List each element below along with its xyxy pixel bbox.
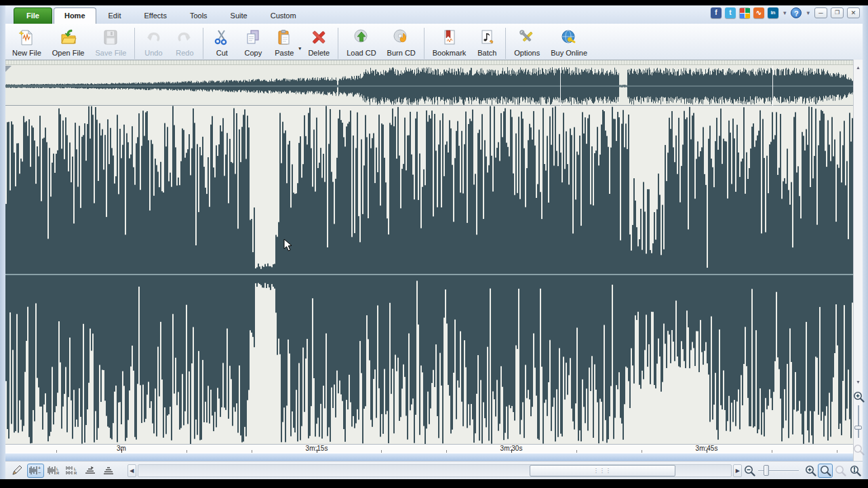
tab-file[interactable]: File xyxy=(14,7,52,24)
window-border-left xyxy=(0,5,5,479)
toolbar-button-label: Undo xyxy=(144,49,162,57)
horizontal-scrollbar-thumb[interactable]: ⋮⋮⋮ xyxy=(530,465,675,476)
new-file-icon xyxy=(17,28,36,47)
svg-text:R: R xyxy=(56,471,60,475)
load-cd-button[interactable]: Load CD xyxy=(341,26,381,61)
bookmark-button[interactable]: Bookmark xyxy=(427,26,472,61)
screen: FileHomeEditEffectsToolsSuiteCustom ft∿i… xyxy=(0,0,868,488)
new-file-button[interactable]: New File xyxy=(7,26,47,61)
horizontal-scrollbar-track[interactable]: ⋮⋮⋮ xyxy=(138,464,732,477)
wave-mono-tool-button[interactable]: +− xyxy=(27,464,44,478)
view-region-marker[interactable] xyxy=(560,66,561,106)
ruler-highlight-band xyxy=(5,453,853,461)
save-file-button[interactable]: Save File xyxy=(90,26,132,61)
chevron-down-icon[interactable]: ▾ xyxy=(805,9,811,16)
rail-scroll-down-button[interactable]: ▼ xyxy=(854,380,863,384)
svg-text:−: − xyxy=(38,470,41,475)
toolbar-button-label: Paste xyxy=(275,49,294,57)
vertical-zoom-button[interactable] xyxy=(848,464,863,478)
toolbar-button-label: Copy xyxy=(245,49,262,57)
level-b-tool-button[interactable] xyxy=(100,464,117,478)
options-icon xyxy=(517,28,536,47)
toolbar-button-label: Load CD xyxy=(347,49,376,57)
burn-cd-button[interactable]: Burn CD xyxy=(382,26,421,61)
svg-text:L: L xyxy=(74,467,77,471)
ruler-time-label: 3m xyxy=(117,445,126,452)
save-file-icon xyxy=(101,28,120,47)
tab-edit[interactable]: Edit xyxy=(98,7,132,24)
level-a-tool-button[interactable] xyxy=(82,464,99,478)
waveform-overview[interactable] xyxy=(5,60,853,106)
toolbar-button-label: Open File xyxy=(52,49,85,57)
burn-cd-icon xyxy=(392,28,411,47)
tab-home[interactable]: Home xyxy=(54,7,96,24)
chevron-down-icon[interactable]: ▾ xyxy=(782,9,788,16)
scroll-right-button[interactable]: ▶ xyxy=(733,464,742,477)
tab-suite[interactable]: Suite xyxy=(220,7,258,24)
tab-effects[interactable]: Effects xyxy=(133,7,177,24)
zoom-in-button[interactable] xyxy=(803,464,818,478)
tab-tools[interactable]: Tools xyxy=(179,7,218,24)
toolbar-group: UndoRedo xyxy=(138,26,200,61)
options-button[interactable]: Options xyxy=(509,26,545,61)
close-button[interactable]: ✕ xyxy=(847,7,860,18)
vertical-zoom-slider-track[interactable] xyxy=(858,405,859,438)
linkedin-icon[interactable]: in xyxy=(768,7,778,18)
twitter-icon[interactable]: t xyxy=(725,7,736,18)
rail-zoom-in-button[interactable] xyxy=(852,390,861,403)
open-file-icon xyxy=(59,28,78,47)
help-button[interactable]: ? xyxy=(791,7,802,18)
share-grid-icon[interactable] xyxy=(739,7,750,18)
nch-wave-icon[interactable]: ∿ xyxy=(753,7,764,18)
toolbar-separator xyxy=(424,28,425,59)
zoom-slider-thumb[interactable] xyxy=(764,465,769,476)
toolbar-separator xyxy=(505,28,506,59)
zoom-slider[interactable] xyxy=(758,464,802,478)
buy-online-button[interactable]: Buy Online xyxy=(545,26,593,61)
paste-button[interactable]: Paste xyxy=(269,26,300,61)
zoom-to-selection-button[interactable] xyxy=(818,464,833,478)
svg-text:L: L xyxy=(56,467,59,471)
cut-button[interactable]: Cut xyxy=(206,26,237,61)
view-region-marker[interactable] xyxy=(772,66,773,106)
paste-dropdown-arrow[interactable]: ▾ xyxy=(298,45,301,52)
zoom-out-button[interactable] xyxy=(742,464,757,478)
pencil-tool-button[interactable] xyxy=(9,464,26,478)
bottom-toolbar: +−LRLR◀⋮⋮⋮▶ xyxy=(5,461,863,479)
rail-scroll-up-button[interactable]: ▲ xyxy=(854,65,863,70)
redo-button[interactable]: Redo xyxy=(169,26,200,61)
toolbar-button-label: Burn CD xyxy=(387,49,416,57)
window-border-right xyxy=(863,5,868,479)
zoom-full-button[interactable] xyxy=(833,464,848,478)
tab-custom[interactable]: Custom xyxy=(260,7,307,24)
cut-icon xyxy=(212,28,231,47)
undo-button[interactable]: Undo xyxy=(138,26,169,61)
toolbar-button-label: Save File xyxy=(96,49,127,57)
toolbar-group: OptionsBuy Online xyxy=(509,26,593,61)
rail-zoom-out-button[interactable] xyxy=(852,443,861,456)
main-waveform-canvas[interactable] xyxy=(5,106,853,444)
copy-button[interactable]: Copy xyxy=(237,26,269,61)
restore-button[interactable]: ❐ xyxy=(831,7,844,18)
open-file-button[interactable]: Open File xyxy=(47,26,90,61)
toolbar-group: CutCopyPaste▾Delete xyxy=(206,26,335,61)
waveform-main-view[interactable] xyxy=(5,106,853,444)
scroll-left-button[interactable]: ◀ xyxy=(127,464,136,477)
toolbar-button-label: Redo xyxy=(176,49,193,57)
buy-online-icon xyxy=(559,28,578,47)
toolbar-button-label: Bookmark xyxy=(433,49,467,57)
wave-split-tool-button[interactable]: LR xyxy=(64,464,81,478)
batch-button[interactable]: Batch xyxy=(471,26,502,61)
minimize-button[interactable]: ─ xyxy=(814,7,827,18)
overview-corner-marker xyxy=(5,66,12,72)
toolbar-group: BookmarkBatch xyxy=(427,26,503,61)
toolbar-button-label: Batch xyxy=(477,49,496,57)
mouse-cursor xyxy=(283,239,293,252)
delete-button[interactable]: Delete xyxy=(302,26,335,61)
ruler-time-label: 3m:30s xyxy=(500,445,523,452)
facebook-icon[interactable]: f xyxy=(711,7,722,18)
vertical-zoom-slider-thumb[interactable] xyxy=(854,426,862,430)
overview-waveform-canvas[interactable] xyxy=(5,66,853,106)
wave-stereo-tool-button[interactable]: LR xyxy=(45,464,62,478)
toolbar-button-label: Buy Online xyxy=(551,49,587,57)
